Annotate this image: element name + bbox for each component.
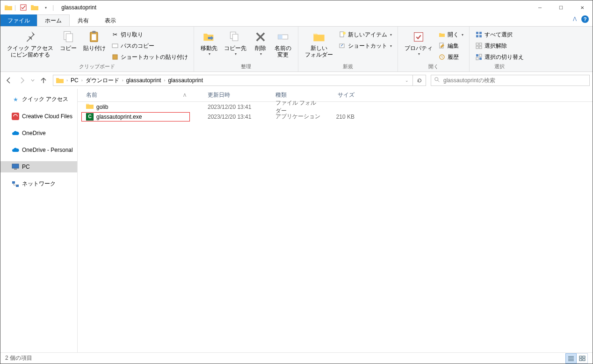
rename-button[interactable]: 名前の 変更: [272, 28, 294, 59]
svg-rect-33: [14, 169, 17, 170]
qat-checkbox-icon[interactable]: [19, 3, 28, 12]
shortcut-button[interactable]: ショートカット▾: [337, 41, 394, 51]
sidebar-onedrive[interactable]: OneDrive: [0, 128, 77, 139]
tab-share[interactable]: 共有: [70, 14, 97, 26]
svg-rect-2: [66, 34, 73, 42]
address-bar[interactable]: › PC › ダウンロード › glassautoprint › glassau…: [53, 75, 413, 86]
newitem-button[interactable]: 新しいアイテム▾: [337, 29, 394, 40]
sidebar-onedrive-personal[interactable]: OneDrive - Personal: [0, 144, 77, 156]
pasteshortcut-button[interactable]: ショートカットの貼り付け: [109, 52, 190, 62]
delete-button[interactable]: 削除▾: [250, 28, 271, 57]
svg-point-30: [435, 77, 438, 80]
chevron-right-icon[interactable]: ›: [163, 78, 166, 83]
newfolder-icon: [311, 29, 326, 44]
svg-rect-4: [93, 31, 96, 33]
help-icon[interactable]: ?: [581, 15, 589, 23]
sidebar-pc[interactable]: PC: [0, 161, 77, 172]
pin-button[interactable]: クイック アクセス にピン留めする: [4, 28, 56, 59]
group-open: プロパティ▾ 開く▾ 編集 履歴 開く: [398, 27, 470, 71]
col-type[interactable]: 種類: [272, 91, 325, 99]
crumb-downloads[interactable]: ダウンロード: [84, 77, 121, 85]
minimize-button[interactable]: ─: [529, 1, 550, 14]
tab-home[interactable]: ホーム: [37, 14, 70, 26]
view-large-button[interactable]: [577, 353, 588, 364]
group-label-select: 選択: [473, 63, 526, 71]
search-input[interactable]: glassautoprintの検索: [431, 75, 590, 86]
qat-dropdown-icon[interactable]: ▾: [41, 3, 51, 12]
history-button[interactable]: 履歴: [436, 52, 465, 62]
file-row[interactable]: golib 2023/12/20 13:41 ファイル フォルダー: [78, 102, 593, 112]
qat-folder-icon[interactable]: [30, 3, 39, 12]
moveto-button[interactable]: 移動先▾: [198, 28, 220, 57]
sidebar-creative-cloud[interactable]: Creative Cloud Files: [0, 111, 77, 122]
chevron-right-icon[interactable]: ›: [121, 78, 124, 83]
chevron-right-icon[interactable]: ›: [65, 78, 69, 83]
pin-icon: [23, 29, 38, 44]
col-size[interactable]: サイズ: [325, 91, 358, 99]
pc-icon: [12, 163, 19, 171]
svg-rect-22: [476, 43, 478, 45]
newfolder-button[interactable]: 新しい フォルダー: [302, 28, 336, 59]
newitem-icon: [339, 31, 346, 38]
up-button[interactable]: [38, 75, 49, 86]
chevron-down-icon: ▾: [462, 33, 463, 37]
chevron-down-icon: ▾: [390, 33, 392, 37]
search-icon: [434, 77, 441, 85]
copyto-button[interactable]: コピー先▾: [221, 28, 249, 57]
tab-file[interactable]: ファイル: [0, 14, 37, 26]
col-name[interactable]: 名前ᐱ: [82, 91, 204, 99]
cut-button[interactable]: ✂切り取り: [109, 29, 190, 40]
edit-icon: [438, 42, 446, 50]
col-date[interactable]: 更新日時: [204, 91, 272, 99]
collapse-ribbon-icon[interactable]: ᐱ: [573, 16, 577, 22]
forward-button[interactable]: [16, 75, 28, 86]
paste-icon: [87, 29, 102, 44]
folder-icon: [4, 3, 13, 12]
svg-rect-27: [479, 54, 482, 57]
svg-rect-32: [12, 164, 19, 168]
svg-rect-31: [12, 113, 19, 120]
copypath-button[interactable]: パスのコピー: [109, 41, 190, 51]
chevron-right-icon[interactable]: ›: [80, 78, 84, 83]
copy-icon: [61, 29, 76, 44]
selectall-button[interactable]: すべて選択: [473, 29, 526, 40]
close-button[interactable]: ✕: [571, 1, 593, 14]
chevron-down-icon: ▾: [390, 44, 392, 48]
edit-button[interactable]: 編集: [436, 41, 465, 51]
copy-button[interactable]: コピー: [57, 28, 80, 53]
address-dropdown[interactable]: ⌄: [402, 78, 412, 83]
paste-button[interactable]: 貼り付け: [80, 28, 108, 53]
group-clipboard: クイック アクセス にピン留めする コピー 貼り付け ✂切り取り パスのコピー …: [0, 27, 194, 71]
sidebar-quickaccess[interactable]: ★クイック アクセス: [0, 93, 77, 105]
view-details-button[interactable]: [565, 353, 577, 364]
svg-rect-18: [476, 32, 478, 34]
refresh-button[interactable]: [413, 75, 426, 86]
folder-icon: [86, 103, 94, 111]
open-button[interactable]: 開く▾: [436, 29, 465, 40]
shortcut-icon: [111, 53, 119, 61]
cloud-icon: [12, 146, 19, 154]
item-count: 2 個の項目: [5, 354, 32, 362]
group-select: すべて選択 選択解除 選択の切り替え 選択: [470, 27, 529, 71]
invert-button[interactable]: 選択の切り替え: [473, 52, 526, 62]
scissors-icon: ✂: [111, 31, 119, 38]
properties-button[interactable]: プロパティ▾: [402, 28, 435, 57]
back-button[interactable]: [3, 75, 14, 86]
maximize-button[interactable]: ☐: [550, 1, 571, 14]
selectall-icon: [475, 31, 483, 38]
file-row[interactable]: glassautoprint.exe 2023/12/20 13:41 アプリケ…: [78, 112, 593, 121]
sidebar-network[interactable]: ネットワーク: [0, 178, 77, 190]
group-label-clipboard: クリップボード: [4, 63, 190, 71]
crumb-folder2[interactable]: glassautoprint: [166, 77, 205, 84]
pin-label: クイック アクセス にピン留めする: [7, 45, 53, 58]
svg-rect-25: [479, 46, 482, 49]
highlight-annotation: [81, 112, 190, 121]
crumb-pc[interactable]: PC: [69, 77, 80, 84]
recent-dropdown[interactable]: [29, 75, 36, 86]
selectnone-button[interactable]: 選択解除: [473, 41, 526, 51]
file-name: golib: [96, 104, 108, 110]
folder-icon: [54, 77, 65, 84]
crumb-folder1[interactable]: glassautoprint: [124, 77, 163, 84]
moveto-icon: [202, 29, 217, 44]
tab-view[interactable]: 表示: [97, 14, 124, 26]
